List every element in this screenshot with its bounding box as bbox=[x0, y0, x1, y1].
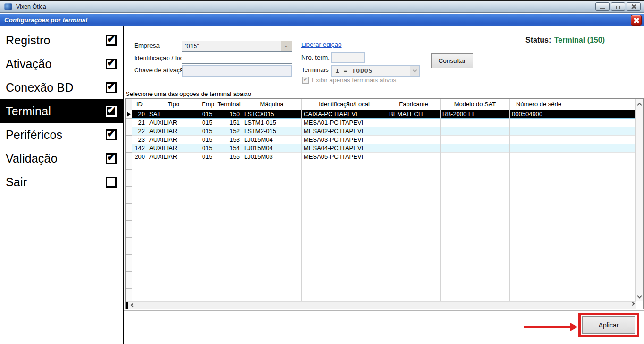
grid-cell[interactable] bbox=[387, 153, 440, 161]
close-window-button[interactable] bbox=[627, 2, 641, 11]
consultar-button[interactable]: Consultar bbox=[431, 53, 473, 68]
grid-cell[interactable]: 000504900 bbox=[510, 110, 568, 119]
grid-cell[interactable]: LJ015M03 bbox=[242, 153, 301, 161]
grid-cell[interactable] bbox=[568, 153, 635, 161]
grid-cell[interactable]: AUXILIAR bbox=[147, 136, 200, 144]
checked-checkbox-icon[interactable] bbox=[106, 59, 117, 69]
grid-column-header[interactable]: Modelo do SAT bbox=[441, 99, 509, 110]
grid-column-header[interactable]: Identificação/Local bbox=[302, 99, 387, 110]
grid-cell[interactable] bbox=[510, 144, 568, 153]
grid-cell[interactable]: LSTCX015 bbox=[242, 110, 301, 119]
grid-cell[interactable]: AUXILIAR bbox=[147, 119, 200, 127]
grid-cell[interactable]: 23 bbox=[132, 136, 147, 144]
dropdown-arrow-button[interactable] bbox=[410, 66, 419, 76]
checked-checkbox-icon[interactable] bbox=[106, 106, 117, 117]
grid-cell[interactable] bbox=[441, 127, 509, 136]
grid-cell[interactable]: LSTM2-015 bbox=[242, 127, 301, 136]
browse-button[interactable]: ... bbox=[281, 41, 292, 51]
nro-term-input[interactable] bbox=[331, 52, 365, 63]
grid-cell[interactable]: 152 bbox=[216, 127, 242, 136]
sidebar-item-ativacao[interactable]: Ativação bbox=[0, 52, 123, 76]
grid-cell[interactable] bbox=[441, 119, 509, 127]
grid-cell[interactable] bbox=[510, 136, 568, 144]
grid-column-header[interactable]: Máquina bbox=[242, 99, 301, 110]
checked-checkbox-icon[interactable] bbox=[106, 35, 117, 46]
sidebar-item-validacao[interactable]: Validação bbox=[0, 146, 123, 170]
grid-cell[interactable]: RB-2000 FI bbox=[441, 110, 509, 119]
grid-cell[interactable] bbox=[568, 110, 635, 119]
grid-cell[interactable]: 015 bbox=[200, 110, 216, 119]
grid-cell[interactable]: CAIXA-PC ITAPEVI bbox=[302, 110, 387, 119]
grid-cell[interactable] bbox=[510, 119, 568, 127]
exibir-checkbox-row[interactable]: Exibir apenas terminais ativos bbox=[302, 77, 396, 84]
grid-cell[interactable]: MESA02-PC ITAPEVI bbox=[302, 127, 387, 136]
grid-cell[interactable] bbox=[387, 144, 440, 153]
grid-cell[interactable]: MESA04-PC ITAPEVI bbox=[302, 144, 387, 153]
grid-cell[interactable] bbox=[441, 153, 509, 161]
grid-cell[interactable]: AUXILIAR bbox=[147, 144, 200, 153]
grid-cell[interactable]: LJ015M04 bbox=[242, 136, 301, 144]
vertical-scrollbar[interactable] bbox=[636, 99, 643, 301]
scroll-right-icon[interactable] bbox=[631, 302, 635, 306]
grid-column-header[interactable]: ID bbox=[132, 99, 147, 110]
grid-cell[interactable] bbox=[568, 127, 635, 136]
grid-cell[interactable]: 015 bbox=[200, 136, 216, 144]
grid-cell[interactable]: 015 bbox=[200, 119, 216, 127]
grid-cell[interactable]: 153 bbox=[216, 136, 242, 144]
grid-cell[interactable]: 151 bbox=[216, 119, 242, 127]
sidebar-item-sair[interactable]: Sair bbox=[0, 170, 123, 194]
sidebar-item-registro[interactable]: Registro bbox=[0, 28, 123, 52]
restore-button[interactable] bbox=[611, 2, 625, 11]
grid-cell[interactable] bbox=[568, 144, 635, 153]
grid-cell[interactable]: 154 bbox=[216, 144, 242, 153]
scroll-down-icon[interactable] bbox=[637, 294, 642, 299]
grid-column-header[interactable]: Terminal bbox=[216, 99, 242, 110]
grid-cell[interactable]: AUXILIAR bbox=[147, 127, 200, 136]
grid-cell[interactable] bbox=[568, 119, 635, 127]
grid-column-header[interactable]: Emp bbox=[200, 99, 216, 110]
grid-column-header[interactable]: Fabricante bbox=[387, 99, 440, 110]
grid-cell[interactable]: 155 bbox=[216, 153, 242, 161]
sidebar-item-terminal[interactable]: Terminal bbox=[0, 99, 123, 123]
grid-column-header[interactable] bbox=[568, 99, 635, 110]
grid-cell[interactable] bbox=[441, 144, 509, 153]
liberar-edicao-link[interactable]: Liberar edição bbox=[301, 41, 342, 48]
grid-cell[interactable] bbox=[387, 127, 440, 136]
grid-cell[interactable]: 200 bbox=[132, 153, 147, 161]
grid-cell[interactable]: SAT bbox=[147, 110, 200, 119]
grid-cell[interactable]: MESA01-PC ITAPEVI bbox=[302, 119, 387, 127]
grid-cell[interactable] bbox=[510, 153, 568, 161]
chave-input[interactable] bbox=[182, 65, 292, 77]
scroll-up-icon[interactable] bbox=[637, 103, 642, 108]
grid-cell[interactable]: 22 bbox=[132, 127, 147, 136]
aplicar-button[interactable]: Aplicar bbox=[582, 316, 635, 334]
scrollbar-thumb[interactable] bbox=[126, 302, 128, 309]
grid-cell[interactable]: LSTM1-015 bbox=[242, 119, 301, 127]
terminais-dropdown[interactable]: 1 = TODOS bbox=[331, 65, 420, 77]
unchecked-checkbox-icon[interactable] bbox=[106, 177, 117, 188]
grid-cell[interactable]: 20 bbox=[132, 110, 147, 119]
grid-column-header[interactable]: Número de série bbox=[510, 99, 568, 110]
identificacao-input[interactable] bbox=[182, 53, 292, 64]
grid-column-header[interactable]: Tipo bbox=[147, 99, 200, 110]
grid-cell[interactable] bbox=[387, 119, 440, 127]
sidebar-item-perifericos[interactable]: Periféricos bbox=[0, 123, 123, 146]
scroll-left-icon[interactable] bbox=[131, 303, 135, 307]
grid-cell[interactable] bbox=[387, 136, 440, 144]
grid-cell[interactable]: 015 bbox=[200, 144, 216, 153]
checked-checkbox-icon[interactable] bbox=[106, 153, 117, 164]
grid-cell[interactable]: MESA03-PC ITAPEVI bbox=[302, 136, 387, 144]
checked-checkbox-icon[interactable] bbox=[106, 129, 117, 140]
grid-cell[interactable]: 21 bbox=[132, 119, 147, 127]
minimize-button[interactable] bbox=[595, 2, 610, 11]
dialog-close-button[interactable] bbox=[631, 15, 642, 26]
grid-cell[interactable]: 015 bbox=[200, 127, 216, 136]
grid-cell[interactable]: LJ015M04 bbox=[242, 144, 301, 153]
sidebar-item-conexao-bd[interactable]: Conexão BD bbox=[0, 76, 123, 99]
grid-cell[interactable]: 150 bbox=[216, 110, 242, 119]
grid-cell[interactable] bbox=[568, 136, 635, 144]
grid-cell[interactable]: AUXILIAR bbox=[147, 153, 200, 161]
grid-cell[interactable] bbox=[510, 127, 568, 136]
grid-cell[interactable]: 015 bbox=[200, 153, 216, 161]
grid-cell[interactable]: MESA05-PC ITAPEVI bbox=[302, 153, 387, 161]
